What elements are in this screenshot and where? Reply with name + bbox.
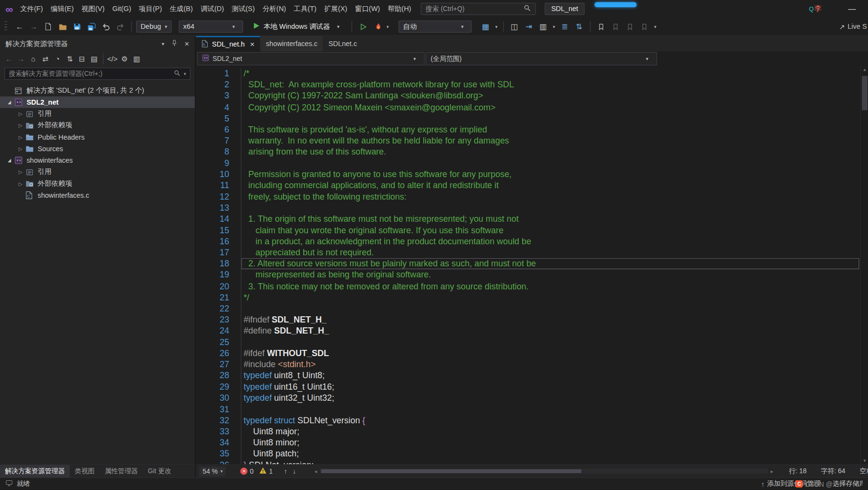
code-line[interactable]: 27#include <stdint.h> — [196, 359, 868, 370]
menu-item[interactable]: 分析(N) — [258, 2, 290, 16]
save-icon[interactable] — [70, 20, 84, 34]
menu-item[interactable]: 生成(B) — [166, 2, 197, 16]
code-line[interactable]: 36} SDLNet_version; — [196, 460, 868, 465]
scrollbar-thumb[interactable] — [321, 469, 581, 473]
code-line[interactable]: 29typedef uint16_t Uint16; — [196, 381, 868, 392]
collapse-all-icon[interactable]: ⊟ — [76, 53, 88, 65]
line-number[interactable]: 28 — [196, 370, 229, 381]
chevron-down-icon[interactable]: ▾ — [162, 41, 164, 47]
line-number[interactable]: 23 — [196, 314, 229, 325]
line-number[interactable]: 31 — [196, 404, 229, 415]
code-line[interactable]: 7 warranty. In no event will the authors… — [196, 135, 868, 146]
tree-item[interactable]: ◢SDL2_net — [0, 96, 195, 108]
start-debugging-button[interactable]: 本地 Windows 调试器 ▾ — [249, 20, 347, 34]
document-tab[interactable]: hSDL_net.h✕ — [196, 36, 260, 51]
code-line[interactable]: 18 2. Altered source versions must be pl… — [196, 258, 868, 269]
tree-item[interactable]: ◢showinterfaces — [0, 155, 195, 166]
menu-item[interactable]: 窗口(W) — [351, 2, 384, 16]
menu-item[interactable]: 项目(P) — [135, 2, 166, 16]
line-number[interactable]: 35 — [196, 448, 229, 459]
tree-item[interactable]: ▷外部依赖项 — [0, 120, 195, 131]
code-line[interactable]: 2 SDL_net: An example cross-platform net… — [196, 79, 868, 90]
line-number[interactable]: 32 — [196, 415, 229, 426]
menu-item[interactable]: 扩展(X) — [320, 2, 351, 16]
columns-icon[interactable]: ▥ — [537, 20, 550, 34]
line-number[interactable]: 7 — [196, 135, 229, 146]
code-line[interactable]: 6 This software is provided 'as-is', wit… — [196, 124, 868, 135]
line-number[interactable]: 6 — [196, 124, 229, 135]
horizontal-scrollbar[interactable] — [320, 469, 768, 474]
panel-tab[interactable]: Git 更改 — [143, 465, 176, 478]
line-number[interactable]: 17 — [196, 247, 229, 258]
line-number[interactable]: 1 — [196, 68, 229, 79]
chevron-down-icon[interactable]: ▾ — [551, 20, 557, 34]
code-line[interactable]: 17 appreciated but is not required. — [196, 247, 868, 258]
previous-issue-icon[interactable]: ↑ — [284, 467, 287, 475]
home-icon[interactable]: ⌂ — [27, 53, 39, 65]
undo-icon[interactable] — [99, 20, 113, 34]
scrollbar-thumb[interactable] — [862, 76, 868, 110]
error-indicator[interactable]: ✕ 0 — [240, 467, 256, 475]
solution-configuration-combo[interactable]: Debug ▾ — [136, 21, 172, 33]
minimize-button[interactable]: — — [844, 4, 860, 13]
wrap-icon[interactable]: ⇅ — [573, 20, 586, 34]
watch-window-icon[interactable]: ◫ — [508, 20, 521, 34]
bookmarks-clear-icon[interactable] — [638, 20, 651, 34]
chevron-down-icon[interactable]: ▾ — [387, 24, 393, 29]
code-line[interactable]: 26#ifdef WITHOUT_SDL — [196, 348, 868, 359]
code-line[interactable]: 34 Uint8 minor; — [196, 437, 868, 448]
code-line[interactable]: 23#ifndef SDL_NET_H_ — [196, 314, 868, 325]
tree-item[interactable]: ▷Public Headers — [0, 131, 195, 143]
properties-icon[interactable]: ⚙ — [118, 53, 130, 65]
code-line[interactable]: 24#define SDL_NET_H_ — [196, 325, 868, 336]
repository-picker-button[interactable]: 选择存储库 — [833, 479, 862, 489]
close-icon[interactable]: ✕ — [184, 40, 189, 48]
line-number[interactable]: 26 — [196, 348, 229, 359]
code-line[interactable]: 3 Copyright (C) 1997-2022 Sam Lantinga <… — [196, 91, 868, 102]
menu-item[interactable]: Git(G) — [108, 2, 135, 16]
line-number[interactable]: 25 — [196, 336, 229, 347]
line-number[interactable]: 9 — [196, 157, 229, 168]
live-share-button[interactable]: ↗ Live S — [839, 23, 867, 31]
menu-item[interactable]: 文件(F) — [16, 2, 47, 16]
tree-item[interactable]: ▷引用 — [0, 166, 195, 178]
start-without-debugging-icon[interactable] — [357, 20, 370, 34]
line-number[interactable]: 30 — [196, 393, 229, 404]
menu-item[interactable]: 编辑(E) — [47, 2, 78, 16]
tree-item[interactable]: Cshowinterfaces.c — [0, 190, 195, 201]
line-number[interactable]: 2 — [196, 79, 229, 90]
tree-item[interactable]: ▷引用 — [0, 108, 195, 120]
line-number[interactable]: 24 — [196, 325, 229, 336]
breakpoints-window-icon[interactable]: ▦ — [479, 20, 493, 34]
vertical-scrollbar[interactable]: ▲ ▼ — [860, 66, 868, 464]
solution-platform-combo[interactable]: x64 ▾ — [179, 21, 243, 33]
background-tasks-icon[interactable] — [6, 480, 13, 488]
menu-item[interactable]: 帮助(H) — [384, 2, 415, 16]
solution-explorer-search-input[interactable]: 搜索解决方案资源管理器(Ctrl+;) ▾ — [4, 68, 190, 80]
code-line[interactable]: 30typedef uint32_t Uint32; — [196, 393, 868, 404]
tree-item[interactable]: ▷Sources — [0, 143, 195, 155]
open-folder-icon[interactable] — [56, 20, 70, 34]
close-icon[interactable]: ✕ — [250, 41, 255, 48]
bookmark-next-icon[interactable] — [623, 20, 637, 34]
line-number[interactable]: 13 — [196, 203, 229, 214]
code-line[interactable]: 1/* — [196, 68, 868, 79]
project-scope-combo[interactable]: SDL2_net ▾ — [197, 52, 424, 66]
sync-active-document-icon[interactable]: ⇄ — [39, 53, 51, 65]
line-number[interactable]: 18 — [196, 258, 229, 269]
bookmark-prev-icon[interactable] — [609, 20, 622, 34]
nav-back-icon[interactable]: ← — [13, 20, 26, 34]
sync-icon[interactable]: ⇅ — [64, 53, 76, 65]
panel-tab[interactable]: 类视图 — [70, 465, 99, 478]
line-number[interactable]: 27 — [196, 359, 229, 370]
line-number[interactable]: 11 — [196, 180, 229, 191]
chevron-down-icon[interactable]: ▾ — [652, 20, 658, 34]
member-scope-combo[interactable]: (全局范围) ▾ — [426, 52, 657, 66]
tree-item[interactable]: ▷外部依赖项 — [0, 178, 195, 190]
back-icon[interactable]: ← — [3, 53, 15, 65]
show-all-files-icon[interactable]: ▤ — [88, 53, 100, 65]
menu-item[interactable]: 测试(S) — [228, 2, 258, 16]
quick-search-input[interactable]: 搜索 (Ctrl+Q) — [421, 3, 536, 15]
zoom-control[interactable]: 54 % ▾ — [199, 466, 226, 476]
pin-icon[interactable] — [171, 40, 177, 48]
